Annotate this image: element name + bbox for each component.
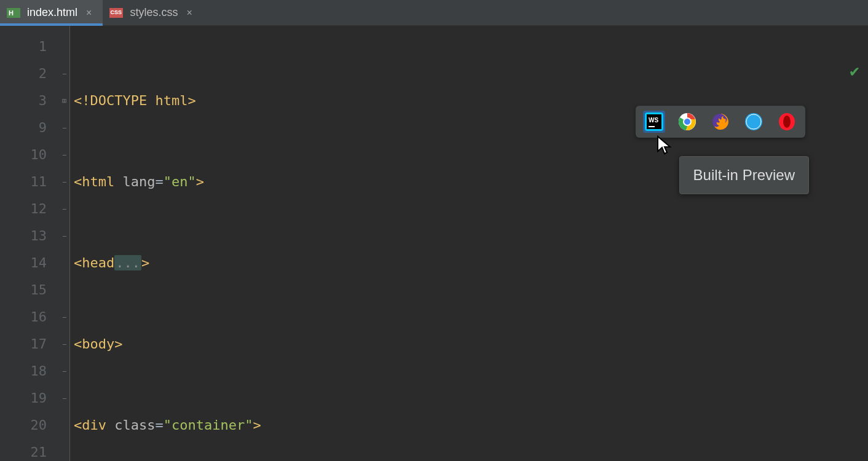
fold-icon[interactable]: − [59,223,69,250]
svg-point-8 [745,113,762,130]
code-token: < [74,417,82,433]
close-icon[interactable]: × [86,7,92,18]
fold-icon[interactable]: − [59,304,69,331]
fold-icon [59,33,69,60]
line-number: 17 [0,331,47,358]
tab-styles-css[interactable]: styles.css × [103,0,203,25]
code-token: "en" [164,174,196,189]
webstorm-preview-icon[interactable]: WS [643,111,665,133]
inspection-ok-icon[interactable]: ✔ [850,61,859,80]
fold-icon[interactable]: − [59,331,69,358]
code-token: = [155,417,163,433]
code-token: div [82,417,106,433]
line-number: 1 [0,33,47,60]
line-number: 16 [0,304,47,331]
line-number: 2 [0,60,47,87]
fold-icon[interactable]: − [59,168,69,195]
line-number: 18 [0,358,47,385]
fold-icon[interactable]: − [59,358,69,385]
fold-icon[interactable]: − [59,385,69,412]
fold-gutter: − ⊞ − − − − − − − − − [59,26,70,461]
firefox-icon[interactable] [709,111,732,133]
line-number: 9 [0,114,47,141]
line-number: 13 [0,223,47,250]
line-number: 10 [0,141,47,168]
browser-preview-popup: WS [636,106,805,138]
editor-tabs: index.html × styles.css × [0,0,868,26]
close-icon[interactable]: × [186,7,192,18]
svg-rect-3 [649,126,655,127]
code-token: lang [114,174,155,189]
code-token: < [74,174,82,189]
code-token: < [74,255,82,270]
tooltip: Built-in Preview [679,156,809,194]
fold-icon [59,439,69,461]
code-token: head [82,255,114,270]
code-token: body [82,336,114,352]
folded-region[interactable]: ... [114,255,141,270]
fold-icon[interactable]: − [59,195,69,223]
fold-icon [59,412,69,439]
line-number: 14 [0,250,47,277]
line-number-gutter: 1 2 3 9 10 11 12 13 14 15 16 17 18 19 20… [0,26,59,461]
code-token: > [114,336,122,352]
fold-icon[interactable]: − [59,114,69,141]
tab-label: index.html [27,6,77,19]
fold-icon[interactable]: − [59,141,69,168]
tab-index-html[interactable]: index.html × [0,0,103,25]
code-token: html [82,174,114,189]
line-number: 20 [0,412,47,439]
chrome-icon[interactable] [676,111,698,133]
code-token: = [155,174,163,189]
code-token: > [253,417,261,433]
safari-icon[interactable] [743,111,765,133]
svg-text:WS: WS [649,117,658,124]
fold-icon[interactable]: ⊞ [59,87,69,114]
code-token: > [196,174,204,189]
editor-area: 1 2 3 9 10 11 12 13 14 15 16 17 18 19 20… [0,26,868,461]
fold-icon [59,250,69,277]
code-token: class [106,417,155,433]
svg-point-13 [783,116,791,128]
code-token: "container" [164,417,253,433]
tooltip-text: Built-in Preview [693,167,795,183]
line-number: 21 [0,439,47,461]
code-content[interactable]: <!DOCTYPE html> <html lang="en"> <head..… [70,26,868,461]
code-token: < [74,336,82,352]
html-file-icon [6,7,21,18]
line-number: 12 [0,195,47,223]
line-number: 3 [0,87,47,114]
line-number: 19 [0,385,47,412]
fold-icon[interactable]: − [59,60,69,87]
fold-icon [59,277,69,304]
code-token: > [141,255,149,270]
line-number: 15 [0,277,47,304]
opera-icon[interactable] [776,111,798,133]
line-number: 11 [0,168,47,195]
code-token: <!DOCTYPE html> [74,93,196,108]
css-file-icon [109,7,124,18]
tab-label: styles.css [130,6,178,19]
